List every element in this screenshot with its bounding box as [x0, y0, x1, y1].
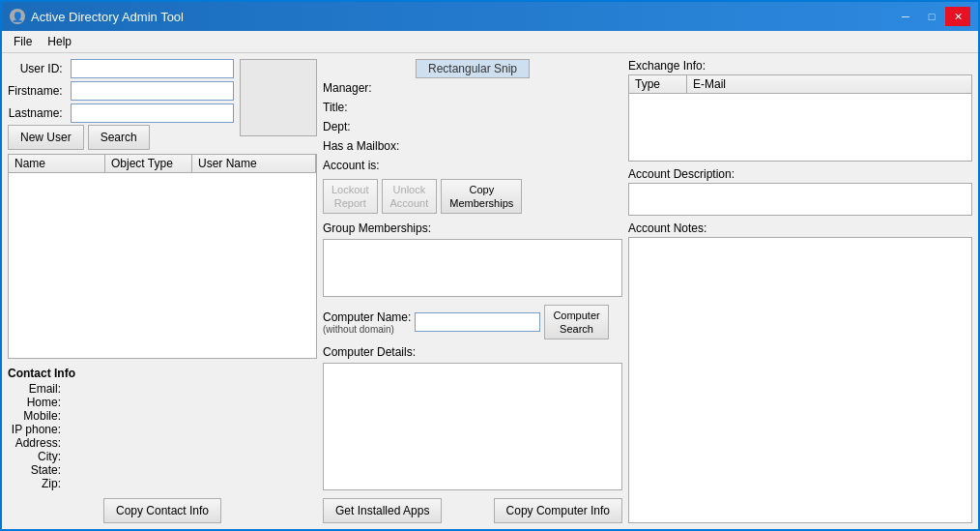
help-menu[interactable]: Help [40, 33, 79, 50]
home-label: Home: [8, 396, 61, 409]
address-row: Address: [8, 436, 317, 450]
copy-memberships-button[interactable]: CopyMemberships [441, 179, 522, 214]
close-button[interactable]: ✕ [945, 7, 970, 26]
snip-overlay: Rectangular Snip [323, 59, 622, 76]
manager-row: Manager: [323, 80, 622, 96]
firstname-input[interactable] [71, 81, 234, 101]
restore-button[interactable]: □ [919, 7, 944, 26]
exchange-table: Type E-Mail [628, 74, 972, 162]
mobile-row: Mobile: [8, 409, 317, 423]
manager-label: Manager: [323, 81, 372, 95]
zip-row: Zip: [8, 477, 317, 490]
exchange-col-email: E-Mail [687, 75, 732, 93]
computer-label-block: Computer Name: (without domain) [323, 310, 411, 335]
middle-bottom-buttons: Get Installed Apps Copy Computer Info [323, 498, 622, 523]
exchange-table-header: Type E-Mail [629, 75, 971, 94]
account-notes-title: Account Notes: [628, 221, 972, 235]
app-icon: 👤 [10, 9, 25, 24]
user-fields: User ID: Firstname: Lastname: New User S… [8, 59, 234, 150]
lockout-report-button[interactable]: LockoutReport [323, 179, 378, 214]
state-label: State: [8, 463, 61, 477]
copy-contact-row: Copy Contact Info [8, 498, 317, 523]
userid-label: User ID: [8, 62, 67, 75]
search-button[interactable]: Search [88, 125, 150, 150]
window-title: Active Directory Admin Tool [31, 10, 184, 24]
left-panel: User ID: Firstname: Lastname: New User S… [8, 59, 317, 523]
ipphone-label: IP phone: [8, 423, 61, 436]
title-bar: 👤 Active Directory Admin Tool ─ □ ✕ [2, 2, 978, 31]
account-row: Account is: [323, 158, 622, 173]
account-label: Account is: [323, 159, 380, 172]
state-row: State: [8, 463, 317, 477]
main-content: User ID: Firstname: Lastname: New User S… [2, 53, 978, 529]
copy-contact-button[interactable]: Copy Contact Info [103, 498, 221, 523]
exchange-title: Exchange Info: [628, 59, 972, 73]
unlock-account-button[interactable]: UnlockAccount [382, 179, 438, 214]
window-controls: ─ □ ✕ [893, 7, 970, 26]
computer-name-row: Computer Name: (without domain) Computer… [323, 305, 622, 339]
computer-name-input[interactable] [415, 312, 540, 332]
account-action-buttons: LockoutReport UnlockAccount CopyMembersh… [323, 179, 622, 214]
col-username: User Name [192, 155, 316, 172]
account-desc-section: Account Description: [628, 167, 972, 216]
mobile-label: Mobile: [8, 409, 61, 423]
account-notes-textarea[interactable] [628, 237, 972, 523]
computer-domain-label: (without domain) [323, 324, 411, 335]
dept-label: Dept: [323, 120, 351, 133]
new-user-button[interactable]: New User [8, 125, 84, 150]
email-row: Email: [8, 382, 317, 396]
ipphone-row: IP phone: [8, 423, 317, 436]
middle-panel: Rectangular Snip Manager: Title: Dept: H… [323, 59, 622, 523]
table-header: Name Object Type User Name [9, 155, 316, 173]
title-row: Title: [323, 100, 622, 115]
account-description-textarea[interactable] [628, 183, 972, 216]
userid-input[interactable] [71, 59, 234, 78]
account-desc-title: Account Description: [628, 167, 972, 181]
user-action-buttons: New User Search [8, 125, 234, 150]
get-installed-apps-button[interactable]: Get Installed Apps [323, 498, 442, 523]
mailbox-label: Has a Mailbox: [323, 139, 399, 153]
col-object-type: Object Type [105, 155, 192, 172]
computer-details-label: Computer Details: [323, 345, 622, 359]
contact-section: Contact Info Email: Home: Mobile: IP pho… [8, 367, 317, 490]
mailbox-row: Has a Mailbox: [323, 138, 622, 154]
city-row: City: [8, 450, 317, 463]
title-label: Title: [323, 101, 348, 114]
lastname-input[interactable] [71, 103, 234, 123]
main-window: 👤 Active Directory Admin Tool ─ □ ✕ File… [0, 0, 980, 531]
results-table: Name Object Type User Name [8, 154, 317, 359]
minimize-button[interactable]: ─ [893, 7, 918, 26]
computer-details-textarea[interactable] [323, 363, 622, 490]
computer-name-label: Computer Name: [323, 310, 411, 324]
user-form-area: User ID: Firstname: Lastname: New User S… [8, 59, 317, 150]
city-label: City: [8, 450, 61, 463]
right-panel: Exchange Info: Type E-Mail Account Descr… [628, 59, 972, 523]
dept-row: Dept: [323, 119, 622, 134]
lastname-label: Lastname: [8, 106, 67, 120]
zip-label: Zip: [8, 477, 61, 490]
email-label: Email: [8, 382, 61, 396]
menu-bar: File Help [2, 31, 978, 53]
firstname-label: Firstname: [8, 84, 67, 98]
file-menu[interactable]: File [6, 33, 40, 50]
exchange-section: Exchange Info: Type E-Mail [628, 59, 972, 162]
snip-label: Rectangular Snip [416, 59, 530, 78]
group-memberships-label: Group Memberships: [323, 221, 622, 235]
col-name: Name [9, 155, 105, 172]
home-row: Home: [8, 396, 317, 409]
user-form-grid: User ID: Firstname: Lastname: [8, 59, 234, 123]
title-bar-left: 👤 Active Directory Admin Tool [10, 9, 184, 24]
computer-search-button[interactable]: ComputerSearch [544, 305, 608, 339]
contact-title: Contact Info [8, 367, 317, 380]
user-photo [240, 59, 317, 136]
address-label: Address: [8, 436, 61, 450]
copy-computer-info-button[interactable]: Copy Computer Info [494, 498, 622, 523]
account-notes-section: Account Notes: [628, 221, 972, 523]
exchange-col-type: Type [629, 75, 687, 93]
group-memberships-textarea[interactable] [323, 239, 622, 297]
